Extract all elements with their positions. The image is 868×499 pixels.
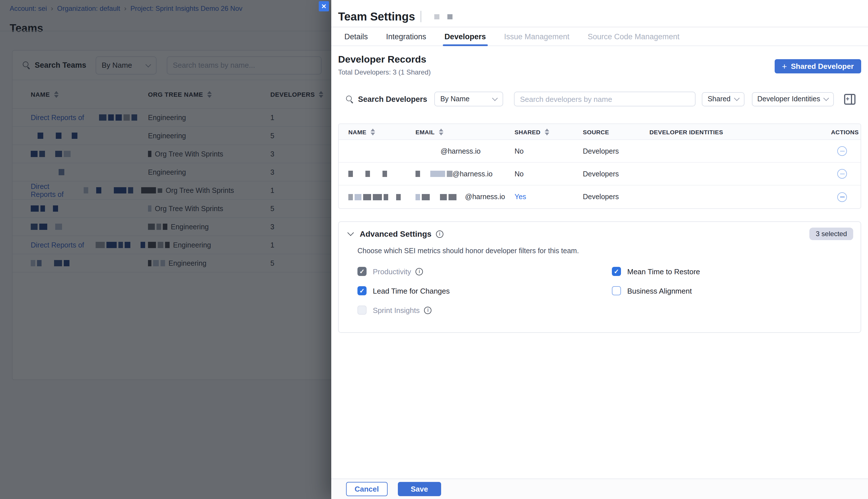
developers-table: NAME EMAIL SHARED SOURCE DEVELOPER IDENT…	[338, 123, 861, 209]
shared-filter-label: Shared	[708, 95, 731, 103]
col-developer-identities: DEVELOPER IDENTITIES	[649, 128, 723, 135]
developers-filter-select[interactable]: By Name	[434, 92, 503, 106]
checkbox-checked-icon[interactable]	[358, 286, 366, 295]
source-value: Developers	[583, 147, 649, 155]
metric-label: Productivity	[373, 267, 411, 276]
metric-option-lead-time-for-changes[interactable]: Lead Time for Changes	[358, 286, 612, 295]
chevron-down-icon[interactable]	[348, 230, 354, 236]
redacted-team-name	[434, 14, 439, 19]
source-value: Developers	[583, 170, 649, 178]
tab-details[interactable]: Details	[344, 27, 368, 46]
checkbox-checked-icon[interactable]	[612, 267, 621, 276]
chevron-down-icon	[823, 95, 829, 101]
tab-issue-management[interactable]: Issue Management	[504, 27, 569, 46]
advanced-settings-header[interactable]: Advanced Settings i	[348, 229, 851, 239]
chevron-down-icon	[734, 95, 739, 101]
metric-option-productivity[interactable]: Productivity i	[358, 267, 612, 276]
drawer-header: Team Settings	[331, 0, 868, 27]
app-root: Account: sei › Organization: default › P…	[0, 0, 868, 499]
team-settings-drawer: Team Settings Details Integrations Devel…	[331, 0, 868, 499]
metric-option-mean-time-to-restore[interactable]: Mean Time to Restore	[612, 267, 851, 276]
source-value: Developers	[583, 193, 649, 201]
search-developers-label: Search Developers	[358, 95, 427, 103]
add-column-icon[interactable]: +	[844, 94, 855, 105]
sort-icon[interactable]	[370, 128, 375, 135]
remove-developer-icon[interactable]	[837, 146, 847, 156]
sort-icon[interactable]	[438, 128, 443, 135]
metric-option-business-alignment[interactable]: Business Alignment	[612, 286, 851, 295]
plus-icon: +	[782, 62, 787, 71]
shared-filter-dropdown[interactable]: Shared	[702, 92, 744, 106]
info-icon[interactable]: i	[436, 230, 443, 238]
email-domain: @harness.io	[441, 147, 481, 155]
redacted-text	[348, 171, 387, 177]
tab-integrations[interactable]: Integrations	[386, 27, 426, 46]
col-source: SOURCE	[583, 128, 609, 135]
advanced-settings-title: Advanced Settings	[360, 229, 432, 239]
col-actions: ACTIONS	[831, 128, 859, 135]
plus-icon: +	[846, 95, 849, 102]
developers-search-input[interactable]	[514, 92, 695, 106]
developers-toolbar: Search Developers By Name Shared Develop…	[338, 92, 861, 106]
drawer-body: Developer Records Total Developers: 3 (1…	[331, 47, 868, 478]
developers-filter-value: By Name	[440, 95, 470, 103]
add-shared-developer-label: Shared Developer	[791, 62, 854, 71]
developer-identities-dropdown[interactable]: Developer Identities	[751, 92, 834, 106]
remove-developer-icon[interactable]	[837, 192, 847, 202]
sort-icon[interactable]	[544, 128, 549, 135]
col-shared[interactable]: SHARED	[515, 128, 540, 135]
developer-row[interactable]: @harness.io No Developers	[339, 140, 860, 163]
metrics-options-grid: Productivity i Lead Time for Changes Spr…	[358, 262, 851, 320]
email-domain: @harness.io	[465, 193, 505, 201]
info-icon[interactable]: i	[424, 306, 432, 314]
info-icon[interactable]: i	[415, 268, 423, 275]
search-icon	[346, 95, 353, 103]
metric-label: Lead Time for Changes	[373, 287, 450, 295]
add-shared-developer-button[interactable]: + Shared Developer	[774, 59, 861, 73]
developer-row[interactable]: @harness.io Yes Developers	[339, 185, 860, 208]
advanced-settings-description: Choose which SEI metrics should honor de…	[358, 247, 851, 255]
metric-option-sprint-insights[interactable]: Sprint Insights i	[358, 306, 612, 315]
chevron-down-icon	[492, 95, 497, 101]
advanced-settings-panel: Advanced Settings i 3 selected Choose wh…	[338, 221, 861, 333]
remove-developer-icon[interactable]	[837, 169, 847, 179]
shared-value: Yes	[515, 193, 583, 201]
developer-identities-label: Developer Identities	[757, 95, 820, 103]
redacted-text	[415, 194, 465, 200]
settings-tabs: Details Integrations Developers Issue Ma…	[331, 27, 868, 46]
metric-label: Mean Time to Restore	[627, 267, 700, 276]
close-icon[interactable]: ✕	[319, 1, 329, 11]
save-button[interactable]: Save	[398, 482, 441, 496]
redacted-text	[415, 171, 453, 177]
shared-value: No	[515, 147, 583, 155]
col-name[interactable]: NAME	[348, 128, 366, 135]
drawer-footer: Cancel Save	[331, 478, 868, 499]
drawer-title: Team Settings	[338, 10, 415, 23]
metric-label: Sprint Insights	[373, 306, 420, 314]
cancel-button[interactable]: Cancel	[346, 482, 387, 496]
checkbox-checked-disabled-icon[interactable]	[358, 267, 366, 276]
developers-table-header: NAME EMAIL SHARED SOURCE DEVELOPER IDENT…	[339, 124, 860, 140]
metric-label: Business Alignment	[627, 287, 692, 295]
tab-source-code-management[interactable]: Source Code Management	[588, 27, 679, 46]
checkbox-unchecked-icon[interactable]	[612, 286, 621, 295]
checkbox-unchecked-disabled-icon[interactable]	[358, 306, 366, 315]
tab-developers[interactable]: Developers	[445, 27, 486, 46]
redacted-text	[348, 194, 401, 200]
selected-count-badge: 3 selected	[810, 228, 853, 240]
col-email[interactable]: EMAIL	[415, 128, 435, 135]
shared-value: No	[515, 170, 583, 178]
redacted-team-name	[447, 14, 453, 19]
title-divider	[421, 11, 421, 22]
developer-row[interactable]: @harness.io No Developers	[339, 163, 860, 185]
email-domain: @harness.io	[453, 170, 493, 178]
